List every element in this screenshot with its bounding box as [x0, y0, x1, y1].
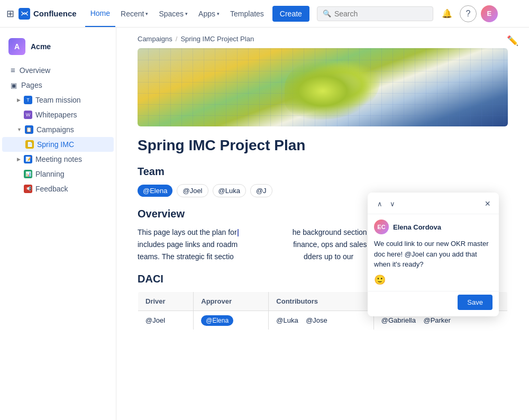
comment-emoji: 🙂 [368, 273, 499, 291]
daci-col-contributors: Contributors [269, 292, 373, 311]
sidebar-spring-imc-label: Spring IMC [37, 140, 74, 149]
logo-icon [19, 8, 30, 20]
sidebar-planning-label: Planning [35, 170, 65, 178]
comment-avatar: EC [374, 220, 389, 234]
sidebar-item-team-mission[interactable]: ▶ T Team mission [2, 93, 114, 107]
text-cursor-indicator [238, 229, 239, 236]
expand-icon: ▶ [17, 97, 21, 103]
tag-joel[interactable]: @Joel [177, 184, 208, 197]
sidebar-overview-label: Overview [20, 66, 50, 75]
sidebar-team-mission-label: Team mission [35, 96, 81, 104]
expand-icon-pl: ▶ [17, 171, 21, 177]
sidebar: A Acme ≡ Overview ▣ Pages ▶ T Team missi… [0, 28, 116, 420]
logo-text: Confluence [33, 9, 77, 18]
workspace-name: Acme [31, 42, 51, 51]
workspace-icon: A [8, 38, 25, 55]
nav-links: Home Recent ▾ Spaces ▾ Apps ▾ Templates [85, 1, 269, 27]
search-box[interactable]: 🔍 [317, 6, 433, 21]
search-icon: 🔍 [323, 10, 331, 17]
comment-popup-header: ∧ ∨ × [368, 193, 499, 214]
comment-nav: ∧ ∨ [374, 198, 398, 209]
workspace[interactable]: A Acme [0, 34, 116, 62]
expand-icon-fb: ▶ [17, 186, 21, 191]
nav-spaces[interactable]: Spaces ▾ [153, 1, 193, 26]
logo[interactable]: Confluence [19, 8, 77, 20]
expand-icon-wp: ▶ [17, 112, 21, 117]
spring-imc-icon: 📄 [25, 140, 34, 149]
edit-button[interactable]: ✏️ [507, 35, 518, 47]
content-area: Campaigns / Spring IMC Project Plan ✏️ S… [116, 28, 529, 420]
daci-driver: @Joel [138, 311, 194, 330]
tag-luka[interactable]: @Luka [213, 184, 246, 197]
breadcrumb: Campaigns / Spring IMC Project Plan [116, 28, 529, 48]
team-section-title: Team [138, 166, 508, 178]
pages-icon: ▣ [11, 81, 17, 89]
sidebar-item-spring-imc[interactable]: 📄 Spring IMC [2, 137, 114, 152]
feedback-icon: 📢 [24, 185, 32, 193]
comment-text: We could link to our new OKR master doc … [374, 240, 489, 268]
notifications-button[interactable]: 🔔 [439, 5, 455, 22]
nav-home[interactable]: Home [85, 1, 115, 27]
tag-j[interactable]: @J [250, 184, 272, 197]
page-title: Spring IMC Project Plan [138, 137, 508, 154]
sidebar-feedback-label: Feedback [35, 185, 68, 193]
sidebar-meeting-notes-label: Meeting notes [35, 155, 82, 163]
hero-image [138, 48, 508, 126]
sidebar-item-campaigns[interactable]: ▼ 📋 Campaigns [2, 122, 114, 137]
comment-prev-button[interactable]: ∧ [374, 198, 386, 209]
comment-close-button[interactable]: × [482, 198, 492, 209]
expand-icon-mn: ▶ [17, 157, 21, 162]
sidebar-item-whitepapers[interactable]: ▶ W Whitepapers [2, 107, 114, 122]
comment-next-button[interactable]: ∨ [387, 198, 398, 209]
meeting-notes-icon: 📝 [24, 155, 32, 163]
sidebar-campaigns-label: Campaigns [37, 125, 74, 134]
search-input[interactable] [334, 10, 427, 18]
breadcrumb-sep: / [176, 35, 178, 43]
sidebar-item-pages[interactable]: ▣ Pages [2, 78, 114, 93]
comment-username: Elena Cordova [393, 223, 441, 231]
daci-col-driver: Driver [138, 292, 194, 311]
campaigns-icon: 📋 [25, 125, 33, 134]
help-button[interactable]: ? [460, 5, 477, 22]
daci-approver: @Elena [194, 311, 269, 330]
comment-user: EC Elena Cordova [368, 214, 499, 236]
breadcrumb-current: Spring IMC Project Plan [180, 35, 254, 43]
sidebar-item-meeting-notes[interactable]: ▶ 📝 Meeting notes [2, 152, 114, 167]
sidebar-pages-label: Pages [21, 81, 42, 89]
daci-contributors: @Luka @Jose [269, 311, 373, 330]
nav-icons: 🔔 ? E [439, 5, 498, 22]
tag-elena[interactable]: @Elena [138, 185, 172, 197]
comment-body: We could link to our new OKR master doc … [368, 236, 499, 273]
overview-icon: ≡ [11, 66, 15, 75]
whitepapers-icon: W [24, 111, 32, 119]
nav-recent[interactable]: Recent ▾ [115, 1, 153, 26]
nav-templates[interactable]: Templates [225, 1, 269, 26]
user-avatar[interactable]: E [481, 5, 498, 22]
comment-popup: ∧ ∨ × EC Elena Cordova We could link to … [368, 193, 499, 316]
planning-icon: 📊 [24, 170, 32, 178]
expand-icon-c: ▼ [17, 127, 22, 132]
comment-save-button[interactable]: Save [458, 295, 492, 310]
daci-col-approver: Approver [194, 292, 269, 311]
create-button[interactable]: Create [272, 6, 309, 22]
grid-icon[interactable]: ⊞ [6, 8, 14, 20]
breadcrumb-campaigns[interactable]: Campaigns [138, 35, 172, 43]
comment-footer: Save [368, 291, 499, 316]
main-layout: A Acme ≡ Overview ▣ Pages ▶ T Team missi… [0, 28, 529, 420]
sidebar-item-planning[interactable]: ▶ 📊 Planning [2, 167, 114, 181]
sidebar-item-overview[interactable]: ≡ Overview [2, 62, 114, 78]
nav-apps[interactable]: Apps ▾ [193, 1, 225, 26]
sidebar-item-feedback[interactable]: ▶ 📢 Feedback [2, 181, 114, 196]
top-nav: ⊞ Confluence Home Recent ▾ Spaces ▾ Apps… [0, 0, 529, 28]
team-mission-icon: T [24, 96, 32, 104]
sidebar-whitepapers-label: Whitepapers [35, 111, 77, 119]
